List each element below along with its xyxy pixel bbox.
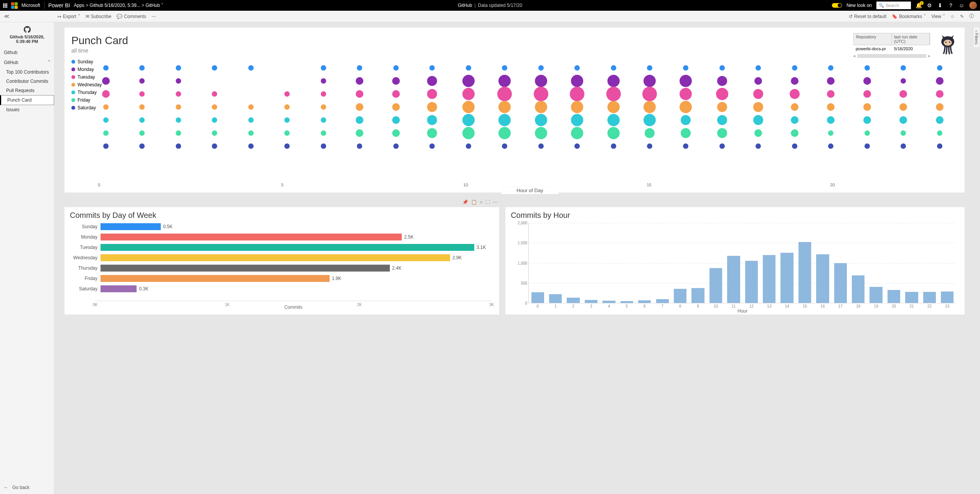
bubble[interactable] bbox=[643, 101, 656, 113]
bubble[interactable] bbox=[392, 77, 400, 85]
bubble[interactable] bbox=[791, 129, 799, 137]
bubble[interactable] bbox=[643, 75, 656, 87]
vbar[interactable] bbox=[585, 300, 597, 303]
vbar[interactable] bbox=[834, 263, 847, 303]
vbar[interactable] bbox=[852, 275, 865, 303]
legend-item[interactable]: Wednesday bbox=[71, 82, 106, 87]
bubble[interactable] bbox=[356, 103, 363, 111]
bubble[interactable] bbox=[574, 65, 580, 71]
bubble[interactable] bbox=[534, 87, 548, 101]
hbar[interactable] bbox=[101, 254, 450, 261]
bubble[interactable] bbox=[717, 102, 727, 112]
breadcrumb[interactable]: Apps > Github 5/16/2020, 5:39... > GitHu… bbox=[74, 3, 164, 8]
bubble[interactable] bbox=[357, 143, 362, 149]
bubble[interactable] bbox=[427, 128, 437, 138]
scrollbar[interactable] bbox=[857, 54, 926, 58]
reset-button[interactable]: ↺Reset to default bbox=[849, 14, 886, 19]
legend-item[interactable]: Sunday bbox=[71, 59, 106, 64]
bubble[interactable] bbox=[680, 88, 692, 100]
bubble[interactable] bbox=[607, 114, 620, 126]
bubble[interactable] bbox=[716, 88, 728, 100]
bubble[interactable] bbox=[538, 143, 544, 149]
bubble[interactable] bbox=[356, 77, 363, 85]
bubble[interactable] bbox=[103, 65, 109, 71]
bubble[interactable] bbox=[212, 91, 217, 97]
nav-parent-github[interactable]: GitHub˄ bbox=[0, 58, 54, 68]
vbar[interactable] bbox=[691, 288, 704, 303]
vbar[interactable] bbox=[638, 300, 651, 303]
new-look-toggle[interactable] bbox=[832, 3, 842, 8]
bubble[interactable] bbox=[680, 75, 692, 87]
bubble[interactable] bbox=[571, 114, 583, 126]
bubble[interactable] bbox=[754, 129, 762, 137]
bubble[interactable] bbox=[139, 143, 145, 149]
bubble[interactable] bbox=[647, 65, 652, 71]
bubble[interactable] bbox=[427, 115, 437, 125]
bubble[interactable] bbox=[790, 89, 800, 99]
bubble[interactable] bbox=[212, 130, 217, 136]
bubble[interactable] bbox=[176, 65, 181, 71]
nav-sub-pull-requests[interactable]: Pull Requests bbox=[0, 86, 54, 95]
bubble[interactable] bbox=[791, 103, 799, 111]
bubble[interactable] bbox=[103, 143, 109, 149]
bubble[interactable] bbox=[607, 127, 620, 139]
bubble[interactable] bbox=[863, 90, 871, 98]
bubble[interactable] bbox=[321, 78, 326, 84]
bubble[interactable] bbox=[607, 101, 620, 113]
bubble[interactable] bbox=[901, 78, 906, 84]
bubble[interactable] bbox=[756, 65, 761, 71]
copy-icon[interactable]: 📋 bbox=[471, 199, 477, 205]
vbar-chart[interactable]: 05001,0001,5002,000012345678910111213141… bbox=[528, 223, 956, 303]
bubble[interactable] bbox=[899, 116, 907, 124]
bubble[interactable] bbox=[284, 104, 290, 110]
bubble[interactable] bbox=[248, 130, 254, 136]
vbar[interactable] bbox=[549, 294, 562, 303]
bubble[interactable] bbox=[901, 65, 906, 71]
export-button[interactable]: ↦Export˅ bbox=[58, 14, 80, 19]
bubble[interactable] bbox=[102, 90, 110, 98]
info-icon[interactable]: ⓘ bbox=[969, 13, 974, 20]
bubble[interactable] bbox=[717, 128, 727, 138]
bubble[interactable] bbox=[139, 78, 145, 84]
bubble[interactable] bbox=[606, 87, 621, 101]
bubble[interactable] bbox=[284, 117, 290, 123]
bubble[interactable] bbox=[466, 143, 471, 149]
bubble[interactable] bbox=[176, 117, 181, 123]
bubble[interactable] bbox=[901, 143, 906, 149]
vbar[interactable] bbox=[602, 301, 615, 303]
comments-button[interactable]: 💬Comments bbox=[117, 14, 146, 19]
bubble[interactable] bbox=[535, 127, 547, 139]
bubble[interactable] bbox=[719, 143, 725, 149]
bubble[interactable] bbox=[462, 88, 475, 100]
nav-sub-issues[interactable]: Issues bbox=[0, 105, 54, 114]
bubble[interactable] bbox=[429, 143, 435, 149]
bubble[interactable] bbox=[139, 65, 145, 71]
bubble[interactable] bbox=[497, 87, 512, 101]
bubble[interactable] bbox=[248, 117, 254, 123]
punch-card-visual[interactable]: Punch Card all time Repositorylast run d… bbox=[64, 28, 965, 193]
bubble[interactable] bbox=[535, 75, 547, 87]
subscribe-button[interactable]: ✉Subscribe bbox=[86, 14, 111, 19]
bubble[interactable] bbox=[865, 130, 870, 136]
crumb-report[interactable]: GitHub bbox=[145, 3, 160, 8]
bubble[interactable] bbox=[792, 65, 797, 71]
bubble[interactable] bbox=[103, 130, 109, 136]
bubble[interactable] bbox=[936, 77, 944, 85]
bubble[interactable] bbox=[863, 77, 871, 85]
nav-root-github[interactable]: Github bbox=[0, 48, 54, 58]
bubble[interactable] bbox=[753, 115, 763, 125]
bubble[interactable] bbox=[681, 115, 691, 125]
bubble[interactable] bbox=[936, 90, 944, 98]
bubble[interactable] bbox=[899, 103, 907, 111]
bubble[interactable] bbox=[863, 116, 871, 124]
bubble[interactable] bbox=[681, 128, 691, 138]
bubble[interactable] bbox=[429, 65, 435, 71]
nav-sub-contributor-commits[interactable]: Contributor Commits bbox=[0, 77, 54, 86]
bubble-chart[interactable] bbox=[106, 59, 958, 174]
bubble[interactable] bbox=[462, 114, 475, 126]
vbar[interactable] bbox=[869, 287, 882, 303]
bubble[interactable] bbox=[393, 143, 399, 149]
bubble[interactable] bbox=[139, 130, 145, 136]
bubble[interactable] bbox=[498, 101, 511, 113]
crumb-workspace[interactable]: Github 5/16/2020, 5:39... bbox=[90, 3, 140, 8]
